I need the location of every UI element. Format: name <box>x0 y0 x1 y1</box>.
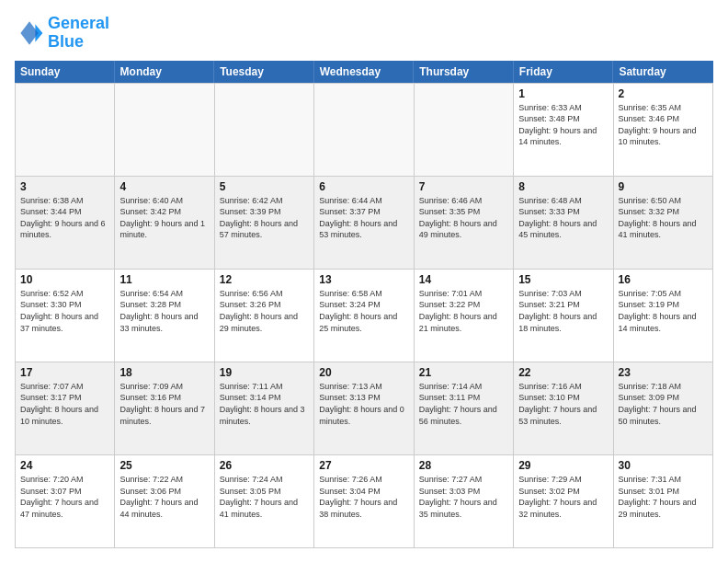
day-cell-24: 24Sunrise: 7:20 AM Sunset: 3:07 PM Dayli… <box>16 455 115 548</box>
day-info: Sunrise: 6:33 AM Sunset: 3:48 PM Dayligh… <box>518 102 608 148</box>
header-day-tuesday: Tuesday <box>214 61 314 83</box>
day-number: 13 <box>319 273 408 286</box>
day-cell-9: 9Sunrise: 6:50 AM Sunset: 3:32 PM Daylig… <box>614 177 713 270</box>
day-number: 10 <box>20 273 109 286</box>
day-info: Sunrise: 7:13 AM Sunset: 3:13 PM Dayligh… <box>319 381 408 427</box>
empty-cell <box>16 84 115 177</box>
day-cell-30: 30Sunrise: 7:31 AM Sunset: 3:01 PM Dayli… <box>614 455 713 548</box>
day-info: Sunrise: 6:54 AM Sunset: 3:28 PM Dayligh… <box>119 288 209 334</box>
day-cell-27: 27Sunrise: 7:26 AM Sunset: 3:04 PM Dayli… <box>314 455 414 548</box>
day-number: 8 <box>518 180 608 193</box>
day-info: Sunrise: 6:35 AM Sunset: 3:46 PM Dayligh… <box>619 102 708 148</box>
page: General Blue SundayMondayTuesdayWednesda… <box>0 0 728 563</box>
day-info: Sunrise: 6:46 AM Sunset: 3:35 PM Dayligh… <box>419 195 508 241</box>
day-cell-19: 19Sunrise: 7:11 AM Sunset: 3:14 PM Dayli… <box>215 362 314 455</box>
header-day-thursday: Thursday <box>414 61 514 83</box>
day-info: Sunrise: 6:48 AM Sunset: 3:33 PM Dayligh… <box>518 195 608 241</box>
day-number: 3 <box>20 180 109 193</box>
day-number: 30 <box>619 459 708 472</box>
day-cell-21: 21Sunrise: 7:14 AM Sunset: 3:11 PM Dayli… <box>415 362 514 455</box>
day-cell-8: 8Sunrise: 6:48 AM Sunset: 3:33 PM Daylig… <box>514 177 613 270</box>
day-cell-23: 23Sunrise: 7:18 AM Sunset: 3:09 PM Dayli… <box>614 362 713 455</box>
day-cell-26: 26Sunrise: 7:24 AM Sunset: 3:05 PM Dayli… <box>215 455 314 548</box>
empty-cell <box>314 84 414 177</box>
day-cell-10: 10Sunrise: 6:52 AM Sunset: 3:30 PM Dayli… <box>16 270 115 362</box>
calendar: SundayMondayTuesdayWednesdayThursdayFrid… <box>15 61 713 548</box>
day-info: Sunrise: 7:18 AM Sunset: 3:09 PM Dayligh… <box>619 381 708 427</box>
header-day-wednesday: Wednesday <box>314 61 415 83</box>
day-info: Sunrise: 7:14 AM Sunset: 3:11 PM Dayligh… <box>419 381 508 427</box>
day-info: Sunrise: 6:38 AM Sunset: 3:44 PM Dayligh… <box>20 195 109 241</box>
empty-cell <box>415 84 514 177</box>
header-day-saturday: Saturday <box>613 61 713 83</box>
day-number: 24 <box>20 459 109 472</box>
day-number: 2 <box>619 87 708 100</box>
day-cell-1: 1Sunrise: 6:33 AM Sunset: 3:48 PM Daylig… <box>514 84 613 177</box>
day-number: 17 <box>20 366 109 379</box>
day-info: Sunrise: 6:56 AM Sunset: 3:26 PM Dayligh… <box>220 288 309 334</box>
logo: General Blue <box>15 15 109 52</box>
day-cell-29: 29Sunrise: 7:29 AM Sunset: 3:02 PM Dayli… <box>514 455 613 548</box>
day-info: Sunrise: 6:58 AM Sunset: 3:24 PM Dayligh… <box>319 288 408 334</box>
logo-text: General Blue <box>48 15 109 52</box>
empty-cell <box>115 84 214 177</box>
day-info: Sunrise: 7:27 AM Sunset: 3:03 PM Dayligh… <box>419 474 508 520</box>
day-info: Sunrise: 7:09 AM Sunset: 3:16 PM Dayligh… <box>119 381 209 427</box>
header: General Blue <box>15 15 713 52</box>
day-cell-13: 13Sunrise: 6:58 AM Sunset: 3:24 PM Dayli… <box>314 270 414 362</box>
day-number: 19 <box>220 366 309 379</box>
day-cell-20: 20Sunrise: 7:13 AM Sunset: 3:13 PM Dayli… <box>314 362 414 455</box>
empty-cell <box>215 84 314 177</box>
day-cell-22: 22Sunrise: 7:16 AM Sunset: 3:10 PM Dayli… <box>514 362 613 455</box>
day-info: Sunrise: 6:44 AM Sunset: 3:37 PM Dayligh… <box>319 195 408 241</box>
day-info: Sunrise: 7:26 AM Sunset: 3:04 PM Dayligh… <box>319 474 408 520</box>
day-number: 6 <box>319 180 408 193</box>
day-info: Sunrise: 6:50 AM Sunset: 3:32 PM Dayligh… <box>619 195 708 241</box>
day-info: Sunrise: 7:05 AM Sunset: 3:19 PM Dayligh… <box>619 288 708 334</box>
day-info: Sunrise: 7:11 AM Sunset: 3:14 PM Dayligh… <box>220 381 309 427</box>
day-number: 18 <box>119 366 209 379</box>
day-cell-2: 2Sunrise: 6:35 AM Sunset: 3:46 PM Daylig… <box>614 84 713 177</box>
day-cell-15: 15Sunrise: 7:03 AM Sunset: 3:21 PM Dayli… <box>514 270 613 362</box>
day-cell-3: 3Sunrise: 6:38 AM Sunset: 3:44 PM Daylig… <box>16 177 115 270</box>
header-day-sunday: Sunday <box>15 61 115 83</box>
day-cell-12: 12Sunrise: 6:56 AM Sunset: 3:26 PM Dayli… <box>215 270 314 362</box>
day-number: 12 <box>220 273 309 286</box>
day-cell-11: 11Sunrise: 6:54 AM Sunset: 3:28 PM Dayli… <box>115 270 214 362</box>
day-info: Sunrise: 7:01 AM Sunset: 3:22 PM Dayligh… <box>419 288 508 334</box>
day-cell-25: 25Sunrise: 7:22 AM Sunset: 3:06 PM Dayli… <box>115 455 214 548</box>
day-number: 29 <box>518 459 608 472</box>
day-number: 20 <box>319 366 408 379</box>
calendar-body: 1Sunrise: 6:33 AM Sunset: 3:48 PM Daylig… <box>15 83 713 548</box>
day-cell-4: 4Sunrise: 6:40 AM Sunset: 3:42 PM Daylig… <box>115 177 214 270</box>
day-number: 28 <box>419 459 508 472</box>
day-cell-6: 6Sunrise: 6:44 AM Sunset: 3:37 PM Daylig… <box>314 177 414 270</box>
day-number: 26 <box>220 459 309 472</box>
day-info: Sunrise: 7:24 AM Sunset: 3:05 PM Dayligh… <box>220 474 309 520</box>
day-info: Sunrise: 6:40 AM Sunset: 3:42 PM Dayligh… <box>119 195 209 241</box>
day-info: Sunrise: 7:07 AM Sunset: 3:17 PM Dayligh… <box>20 381 109 427</box>
header-day-monday: Monday <box>115 61 215 83</box>
header-day-friday: Friday <box>514 61 614 83</box>
day-info: Sunrise: 7:20 AM Sunset: 3:07 PM Dayligh… <box>20 474 109 520</box>
day-info: Sunrise: 7:03 AM Sunset: 3:21 PM Dayligh… <box>518 288 608 334</box>
day-number: 23 <box>619 366 708 379</box>
day-cell-28: 28Sunrise: 7:27 AM Sunset: 3:03 PM Dayli… <box>415 455 514 548</box>
day-number: 11 <box>119 273 209 286</box>
day-number: 25 <box>119 459 209 472</box>
day-info: Sunrise: 6:52 AM Sunset: 3:30 PM Dayligh… <box>20 288 109 334</box>
day-cell-5: 5Sunrise: 6:42 AM Sunset: 3:39 PM Daylig… <box>215 177 314 270</box>
day-cell-7: 7Sunrise: 6:46 AM Sunset: 3:35 PM Daylig… <box>415 177 514 270</box>
day-number: 4 <box>119 180 209 193</box>
logo-icon <box>15 18 44 48</box>
day-info: Sunrise: 7:16 AM Sunset: 3:10 PM Dayligh… <box>518 381 608 427</box>
day-info: Sunrise: 7:29 AM Sunset: 3:02 PM Dayligh… <box>518 474 608 520</box>
day-cell-18: 18Sunrise: 7:09 AM Sunset: 3:16 PM Dayli… <box>115 362 214 455</box>
day-info: Sunrise: 7:22 AM Sunset: 3:06 PM Dayligh… <box>119 474 209 520</box>
day-number: 9 <box>619 180 708 193</box>
day-info: Sunrise: 6:42 AM Sunset: 3:39 PM Dayligh… <box>220 195 309 241</box>
day-number: 7 <box>419 180 508 193</box>
calendar-header: SundayMondayTuesdayWednesdayThursdayFrid… <box>15 61 713 83</box>
day-number: 16 <box>619 273 708 286</box>
day-cell-16: 16Sunrise: 7:05 AM Sunset: 3:19 PM Dayli… <box>614 270 713 362</box>
